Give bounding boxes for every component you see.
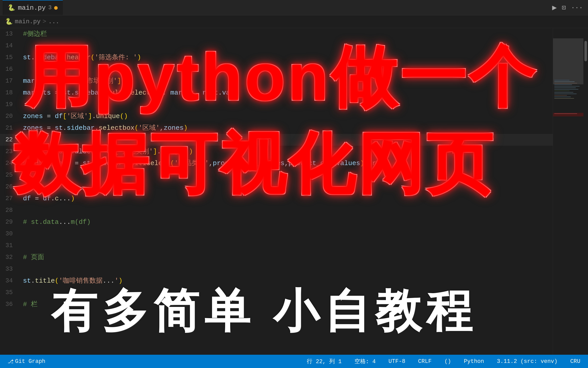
table-row: 14 (0, 40, 553, 52)
line-content: product_cat_values = df['产品类别'].unique() (18, 146, 193, 157)
table-row: 19 (0, 99, 553, 110)
line-col-indicator[interactable]: 行 22, 列 1 (304, 355, 344, 368)
breadcrumb-sep: > (43, 18, 46, 25)
line-content: df = df.c...) (18, 193, 75, 204)
svg-rect-10 (554, 95, 567, 96)
table-row: 13 #侧边栏 (0, 28, 553, 40)
line-number: 35 (0, 287, 18, 298)
line-number: 27 (0, 193, 18, 204)
svg-rect-8 (554, 92, 573, 93)
line-number: 23 (0, 146, 18, 157)
tab-number: 3 (48, 5, 52, 11)
breadcrumb-file[interactable]: main.py (15, 18, 41, 25)
brackets-text: () (444, 358, 451, 365)
scrollbar-thumb[interactable] (584, 41, 587, 61)
table-row: 23 product_cat_values = df['产品类别'].uniqu… (0, 146, 553, 157)
line-content: # 栏 (18, 298, 38, 310)
line-content: # 页面 (18, 251, 44, 263)
table-row: 34 st.title('咖啡销售数据...') (0, 275, 553, 287)
status-right: 行 22, 列 1 空格: 4 UTF-8 CRLF () Python 3.1… (304, 355, 583, 368)
tab-bar: 🐍 main.py 3 ▶ ⊡ ··· (0, 0, 588, 15)
table-row: 20 zones = df['区域'].unique() (0, 110, 553, 122)
run-icon[interactable]: ▶ (552, 3, 557, 12)
git-graph-label: Git Graph (15, 358, 45, 365)
line-number: 17 (0, 75, 18, 87)
line-content: st.sidebar.header('筛选条件: ') (18, 52, 141, 63)
line-number: 33 (0, 263, 18, 275)
line-content: market_va = df['市场类别'] (18, 75, 121, 87)
table-row: 28 (0, 204, 553, 216)
table-row: 18 markets = st.sidebar.multiselect(... … (0, 87, 553, 99)
editor-actions: ▶ ⊡ ··· (552, 3, 588, 12)
brackets-indicator[interactable]: () (442, 355, 454, 368)
line-number: 18 (0, 87, 18, 99)
line-number: 22 (0, 134, 18, 146)
tab-modified-dot (54, 6, 58, 10)
svg-rect-5 (554, 87, 576, 88)
line-number: 20 (0, 110, 18, 122)
table-row: 27 df = df.c...) (0, 193, 553, 204)
code-area[interactable]: 13 #侧边栏 14 15 st.sidebar.header('筛选条件: '… (0, 28, 553, 355)
line-number: 30 (0, 228, 18, 240)
svg-rect-9 (554, 94, 577, 94)
git-graph-button[interactable]: ⎇ Git Graph (5, 355, 48, 368)
line-content: zones = df['区域'].unique() (18, 110, 128, 122)
table-row: 35 (0, 287, 553, 298)
line-ending-text: CRLF (418, 358, 432, 365)
line-number: 32 (0, 251, 18, 263)
active-tab[interactable]: 🐍 main.py 3 (3, 0, 63, 15)
line-number: 29 (0, 216, 18, 228)
line-number: 19 (0, 99, 18, 110)
table-row: 26 (0, 181, 553, 193)
svg-rect-7 (554, 90, 570, 91)
svg-rect-3 (554, 85, 572, 85)
table-row: 29 # st.data...m(df) (0, 216, 553, 228)
line-number: 26 (0, 181, 18, 193)
table-row: 30 (0, 228, 553, 240)
svg-rect-0 (554, 80, 570, 80)
line-number: 25 (0, 169, 18, 181)
line-content: # st.data...m(df) (18, 216, 91, 228)
version-indicator[interactable]: 3.11.2 (src: venv) (494, 355, 560, 368)
svg-rect-1 (554, 82, 574, 82)
status-left: ⎇ Git Graph (5, 355, 48, 368)
line-number: 34 (0, 275, 18, 287)
language-indicator[interactable]: Python (461, 355, 487, 368)
line-number: 36 (0, 298, 18, 310)
table-row: 22 (0, 134, 553, 146)
breadcrumb-section[interactable]: ... (48, 18, 59, 25)
line-number: 13 (0, 28, 18, 40)
svg-rect-12 (554, 98, 574, 99)
cru-indicator[interactable]: CRU (568, 355, 583, 368)
line-content (18, 134, 24, 146)
line-content: #侧边栏 (18, 28, 47, 40)
line-number: 16 (0, 63, 18, 75)
svg-rect-6 (554, 89, 578, 89)
table-row: 17 market_va = df['市场类别'] (0, 75, 553, 87)
tab-filename: main.py (18, 4, 46, 12)
table-row: 31 (0, 240, 553, 251)
line-content: zones = st.sidebar.selectbox('区域',zones) (18, 122, 188, 134)
svg-rect-11 (554, 97, 571, 97)
table-row: 25 (0, 169, 553, 181)
line-content: product_cats = st.sidebar.multiselect('产… (18, 157, 376, 169)
table-row: 15 st.sidebar.header('筛选条件: ') (0, 52, 553, 63)
line-number: 24 (0, 157, 18, 169)
scrollbar[interactable] (583, 28, 588, 355)
spaces-text: 空格: 4 (354, 358, 376, 365)
file-icon-small: 🐍 (5, 18, 13, 25)
minimap (553, 28, 583, 355)
spaces-indicator[interactable]: 空格: 4 (352, 355, 378, 368)
line-ending-indicator[interactable]: CRLF (415, 355, 434, 368)
line-number: 31 (0, 240, 18, 251)
svg-rect-14 (554, 113, 577, 114)
svg-rect-2 (554, 83, 577, 84)
table-row: 21 zones = st.sidebar.selectbox('区域',zon… (0, 122, 553, 134)
table-row: 36 # 栏 (0, 298, 553, 310)
encoding-indicator[interactable]: UTF-8 (386, 355, 408, 368)
svg-rect-4 (554, 86, 580, 86)
line-content: st.title('咖啡销售数据...') (18, 275, 122, 287)
line-number: 28 (0, 204, 18, 216)
more-icon[interactable]: ··· (571, 4, 583, 12)
split-icon[interactable]: ⊡ (562, 4, 566, 12)
